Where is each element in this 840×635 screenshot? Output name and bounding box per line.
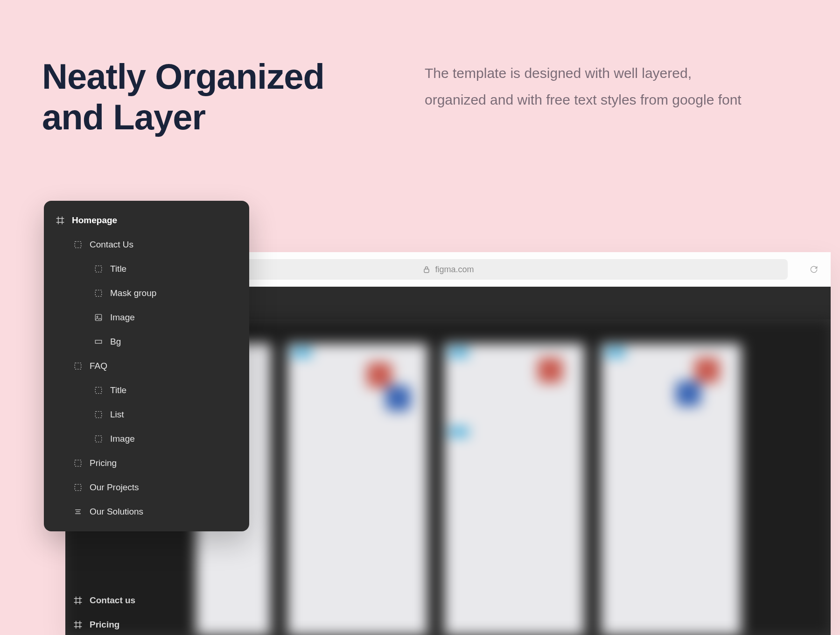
layer-label: List bbox=[110, 409, 124, 420]
layer-image[interactable]: Image bbox=[44, 305, 249, 330]
layer-label: Pricing bbox=[90, 458, 117, 468]
page-subheading: The template is designed with well layer… bbox=[425, 56, 742, 138]
group-icon bbox=[93, 385, 104, 395]
layer-label: Image bbox=[110, 434, 135, 444]
layer-group-pricing[interactable]: Pricing bbox=[44, 451, 249, 475]
layer-faq-list[interactable]: List bbox=[44, 402, 249, 427]
group-icon bbox=[93, 288, 104, 298]
artboard bbox=[444, 344, 584, 635]
group-icon bbox=[73, 482, 83, 493]
url-host: figma.com bbox=[435, 265, 474, 275]
layer-label: FAQ bbox=[90, 361, 107, 371]
group-icon bbox=[73, 361, 83, 371]
svg-rect-11 bbox=[95, 340, 101, 344]
layer-label: Mask group bbox=[110, 288, 156, 298]
layer-mask-group[interactable]: Mask group bbox=[44, 281, 249, 305]
refresh-icon[interactable] bbox=[808, 264, 819, 275]
layer-group-faq[interactable]: FAQ bbox=[44, 354, 249, 378]
layer-group-our-projects[interactable]: Our Projects bbox=[44, 475, 249, 500]
group-icon bbox=[73, 240, 83, 250]
frame-icon bbox=[73, 620, 83, 630]
svg-rect-13 bbox=[95, 387, 101, 393]
layer-label: Contact Us bbox=[90, 240, 133, 250]
layer-faq-image[interactable]: Image bbox=[44, 427, 249, 451]
lock-icon bbox=[422, 265, 431, 274]
layer-bg[interactable]: Bg bbox=[44, 330, 249, 354]
group-icon bbox=[93, 264, 104, 274]
layer-label: Contact us bbox=[90, 595, 135, 606]
auto-layout-icon bbox=[73, 507, 83, 517]
layer-group-contact-us[interactable]: Contact Us bbox=[44, 233, 249, 257]
layer-label: Bg bbox=[110, 337, 121, 347]
svg-point-10 bbox=[97, 316, 98, 318]
layer-label: Title bbox=[110, 385, 126, 395]
layer-frame-contact-us[interactable]: Contact us bbox=[44, 588, 249, 613]
artboard bbox=[287, 344, 427, 635]
group-icon bbox=[93, 409, 104, 420]
svg-rect-15 bbox=[95, 436, 101, 442]
layer-faq-title[interactable]: Title bbox=[44, 378, 249, 402]
layer-label: Our Projects bbox=[90, 482, 139, 493]
layer-label: Pricing bbox=[90, 620, 119, 630]
layer-label: Homepage bbox=[72, 215, 117, 226]
layer-label: Title bbox=[110, 264, 126, 274]
svg-rect-9 bbox=[95, 314, 101, 320]
page-heading: Neatly Organized and Layer bbox=[42, 56, 369, 138]
layer-frame-pricing[interactable]: Pricing bbox=[44, 613, 249, 635]
svg-rect-14 bbox=[95, 411, 101, 417]
layer-label: Our Solutions bbox=[90, 507, 143, 517]
group-icon bbox=[93, 434, 104, 444]
artboard bbox=[601, 344, 741, 635]
svg-rect-17 bbox=[75, 484, 81, 490]
svg-rect-8 bbox=[95, 290, 101, 296]
svg-rect-16 bbox=[75, 460, 81, 466]
layer-frame-homepage[interactable]: Homepage bbox=[44, 208, 249, 233]
layer-title[interactable]: Title bbox=[44, 257, 249, 281]
image-icon bbox=[93, 312, 104, 323]
layer-group-our-solutions[interactable]: Our Solutions bbox=[44, 500, 249, 524]
svg-rect-0 bbox=[424, 269, 429, 273]
frame-icon bbox=[73, 595, 83, 606]
svg-rect-7 bbox=[95, 266, 101, 272]
layers-panel: Homepage Contact Us Title Mask group Ima… bbox=[44, 201, 249, 531]
rectangle-icon bbox=[93, 337, 104, 347]
group-icon bbox=[73, 458, 83, 468]
layers-overflow: Contact us Pricing bbox=[44, 588, 249, 635]
svg-rect-12 bbox=[75, 363, 81, 369]
svg-rect-6 bbox=[75, 241, 81, 247]
frame-icon bbox=[55, 215, 65, 226]
layer-label: Image bbox=[110, 312, 135, 323]
